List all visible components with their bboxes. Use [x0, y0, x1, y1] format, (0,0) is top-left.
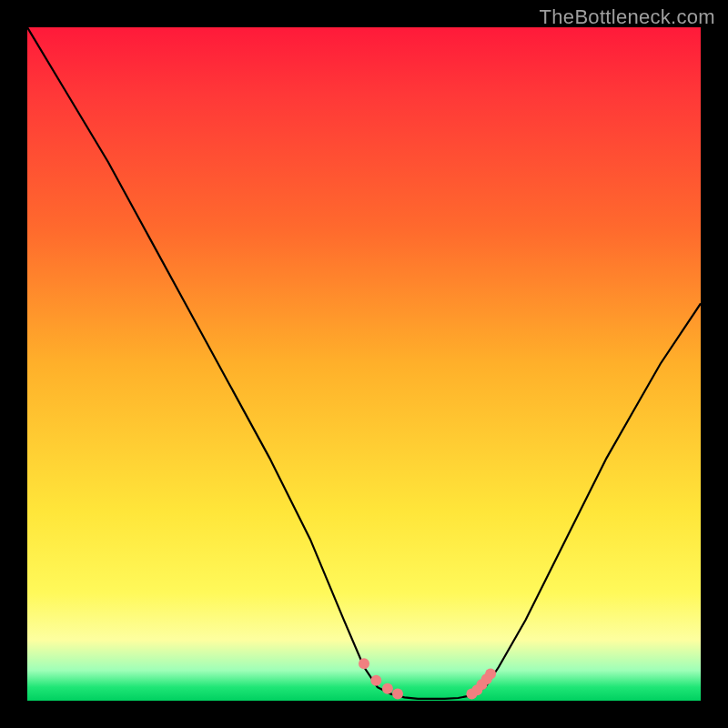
bottleneck-curve: [27, 27, 701, 701]
plot-area: [27, 27, 701, 701]
highlight-dot: [359, 658, 369, 669]
curve-path: [27, 27, 701, 699]
highlight-dots: [359, 658, 496, 699]
highlight-dot: [485, 668, 496, 679]
highlight-dot: [370, 675, 381, 686]
chart-frame: TheBottleneck.com: [0, 0, 728, 728]
highlight-dot: [382, 683, 393, 694]
watermark-text: TheBottleneck.com: [540, 5, 715, 29]
highlight-dot: [392, 689, 403, 700]
